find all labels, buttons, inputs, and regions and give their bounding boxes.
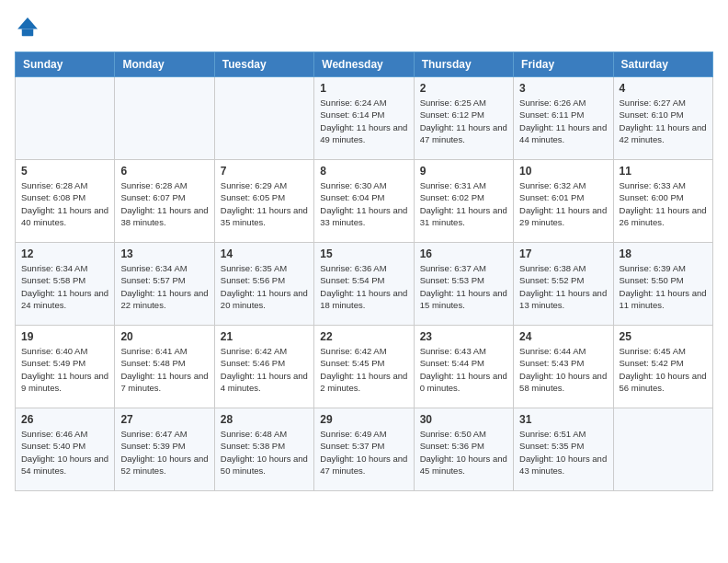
calendar-week-3: 12Sunrise: 6:34 AM Sunset: 5:58 PM Dayli… (16, 243, 713, 326)
day-number: 7 (221, 165, 308, 178)
calendar-week-4: 19Sunrise: 6:40 AM Sunset: 5:49 PM Dayli… (16, 326, 713, 408)
day-number: 29 (320, 413, 407, 426)
calendar-cell: 8Sunrise: 6:30 AM Sunset: 6:04 PM Daylig… (314, 160, 414, 243)
day-info: Sunrise: 6:34 AM Sunset: 5:58 PM Dayligh… (21, 262, 108, 311)
calendar-cell: 18Sunrise: 6:39 AM Sunset: 5:50 PM Dayli… (613, 243, 712, 326)
day-number: 31 (519, 413, 607, 426)
calendar-cell: 7Sunrise: 6:29 AM Sunset: 6:05 PM Daylig… (214, 160, 313, 243)
calendar-cell: 23Sunrise: 6:43 AM Sunset: 5:44 PM Dayli… (414, 326, 513, 408)
day-info: Sunrise: 6:36 AM Sunset: 5:54 PM Dayligh… (320, 262, 407, 311)
logo (15, 15, 44, 40)
page-header (15, 15, 713, 40)
calendar-cell: 12Sunrise: 6:34 AM Sunset: 5:58 PM Dayli… (16, 243, 115, 326)
day-info: Sunrise: 6:25 AM Sunset: 6:12 PM Dayligh… (420, 97, 507, 145)
day-info: Sunrise: 6:32 AM Sunset: 6:01 PM Dayligh… (519, 179, 607, 228)
calendar-cell: 25Sunrise: 6:45 AM Sunset: 5:42 PM Dayli… (613, 326, 712, 408)
day-number: 24 (519, 330, 607, 343)
day-info: Sunrise: 6:40 AM Sunset: 5:49 PM Dayligh… (21, 345, 108, 394)
day-info: Sunrise: 6:24 AM Sunset: 6:14 PM Dayligh… (320, 97, 407, 145)
calendar-cell: 21Sunrise: 6:42 AM Sunset: 5:46 PM Dayli… (214, 326, 313, 408)
header-thursday: Thursday (414, 52, 513, 77)
day-info: Sunrise: 6:34 AM Sunset: 5:57 PM Dayligh… (120, 262, 208, 311)
day-number: 3 (519, 82, 607, 95)
day-info: Sunrise: 6:28 AM Sunset: 6:08 PM Dayligh… (21, 179, 108, 228)
calendar-table: SundayMondayTuesdayWednesdayThursdayFrid… (15, 52, 713, 491)
header-monday: Monday (115, 52, 214, 77)
calendar-cell: 31Sunrise: 6:51 AM Sunset: 5:35 PM Dayli… (514, 408, 613, 491)
logo-icon (15, 15, 40, 40)
calendar-cell: 30Sunrise: 6:50 AM Sunset: 5:36 PM Dayli… (414, 408, 513, 491)
calendar-cell: 19Sunrise: 6:40 AM Sunset: 5:49 PM Dayli… (16, 326, 115, 408)
day-number: 10 (519, 165, 607, 178)
header-wednesday: Wednesday (314, 52, 414, 77)
calendar-week-2: 5Sunrise: 6:28 AM Sunset: 6:08 PM Daylig… (16, 160, 713, 243)
day-info: Sunrise: 6:39 AM Sunset: 5:50 PM Dayligh… (620, 262, 707, 311)
calendar-cell (16, 77, 115, 160)
calendar-week-5: 26Sunrise: 6:46 AM Sunset: 5:40 PM Dayli… (16, 408, 713, 491)
calendar-cell: 11Sunrise: 6:33 AM Sunset: 6:00 PM Dayli… (613, 160, 712, 243)
calendar-cell: 15Sunrise: 6:36 AM Sunset: 5:54 PM Dayli… (314, 243, 414, 326)
day-info: Sunrise: 6:31 AM Sunset: 6:02 PM Dayligh… (420, 179, 507, 228)
day-number: 1 (320, 82, 407, 95)
calendar-cell: 14Sunrise: 6:35 AM Sunset: 5:56 PM Dayli… (214, 243, 313, 326)
svg-marker-0 (17, 17, 38, 29)
day-number: 28 (221, 413, 308, 426)
day-number: 22 (320, 330, 407, 343)
calendar-cell: 6Sunrise: 6:28 AM Sunset: 6:07 PM Daylig… (115, 160, 214, 243)
day-number: 19 (21, 330, 108, 343)
day-number: 25 (620, 330, 707, 343)
day-number: 16 (420, 247, 507, 260)
day-number: 21 (221, 330, 308, 343)
svg-rect-1 (22, 29, 33, 37)
day-number: 4 (620, 82, 707, 95)
calendar-cell (115, 77, 214, 160)
day-number: 11 (620, 165, 707, 178)
calendar-cell: 28Sunrise: 6:48 AM Sunset: 5:38 PM Dayli… (214, 408, 313, 491)
day-info: Sunrise: 6:30 AM Sunset: 6:04 PM Dayligh… (320, 179, 407, 228)
day-info: Sunrise: 6:51 AM Sunset: 5:35 PM Dayligh… (519, 428, 607, 477)
day-info: Sunrise: 6:46 AM Sunset: 5:40 PM Dayligh… (21, 428, 108, 477)
day-number: 27 (120, 413, 208, 426)
day-info: Sunrise: 6:44 AM Sunset: 5:43 PM Dayligh… (519, 345, 607, 394)
day-number: 15 (320, 247, 407, 260)
day-number: 26 (21, 413, 108, 426)
calendar-cell: 3Sunrise: 6:26 AM Sunset: 6:11 PM Daylig… (514, 77, 613, 160)
day-info: Sunrise: 6:35 AM Sunset: 5:56 PM Dayligh… (221, 262, 308, 311)
day-info: Sunrise: 6:37 AM Sunset: 5:53 PM Dayligh… (420, 262, 507, 311)
header-tuesday: Tuesday (214, 52, 313, 77)
calendar-cell: 26Sunrise: 6:46 AM Sunset: 5:40 PM Dayli… (16, 408, 115, 491)
day-number: 13 (120, 247, 208, 260)
header-sunday: Sunday (16, 52, 115, 77)
calendar-header-row: SundayMondayTuesdayWednesdayThursdayFrid… (16, 52, 713, 77)
day-number: 12 (21, 247, 108, 260)
day-info: Sunrise: 6:33 AM Sunset: 6:00 PM Dayligh… (620, 179, 707, 228)
day-info: Sunrise: 6:38 AM Sunset: 5:52 PM Dayligh… (519, 262, 607, 311)
day-number: 20 (120, 330, 208, 343)
calendar-cell: 9Sunrise: 6:31 AM Sunset: 6:02 PM Daylig… (414, 160, 513, 243)
header-friday: Friday (514, 52, 613, 77)
day-number: 9 (420, 165, 507, 178)
day-number: 30 (420, 413, 507, 426)
day-info: Sunrise: 6:42 AM Sunset: 5:45 PM Dayligh… (320, 345, 407, 394)
calendar-cell: 13Sunrise: 6:34 AM Sunset: 5:57 PM Dayli… (115, 243, 214, 326)
calendar-cell: 24Sunrise: 6:44 AM Sunset: 5:43 PM Dayli… (514, 326, 613, 408)
day-number: 18 (620, 247, 707, 260)
calendar-cell: 16Sunrise: 6:37 AM Sunset: 5:53 PM Dayli… (414, 243, 513, 326)
day-info: Sunrise: 6:43 AM Sunset: 5:44 PM Dayligh… (420, 345, 507, 394)
calendar-cell: 4Sunrise: 6:27 AM Sunset: 6:10 PM Daylig… (613, 77, 712, 160)
calendar-cell: 22Sunrise: 6:42 AM Sunset: 5:45 PM Dayli… (314, 326, 414, 408)
day-info: Sunrise: 6:47 AM Sunset: 5:39 PM Dayligh… (120, 428, 208, 477)
day-info: Sunrise: 6:28 AM Sunset: 6:07 PM Dayligh… (120, 179, 208, 228)
calendar-cell: 20Sunrise: 6:41 AM Sunset: 5:48 PM Dayli… (115, 326, 214, 408)
day-info: Sunrise: 6:42 AM Sunset: 5:46 PM Dayligh… (221, 345, 308, 394)
day-number: 17 (519, 247, 607, 260)
day-number: 14 (221, 247, 308, 260)
calendar-cell: 27Sunrise: 6:47 AM Sunset: 5:39 PM Dayli… (115, 408, 214, 491)
calendar-cell (214, 77, 313, 160)
calendar-cell: 10Sunrise: 6:32 AM Sunset: 6:01 PM Dayli… (514, 160, 613, 243)
day-number: 8 (320, 165, 407, 178)
calendar-cell: 1Sunrise: 6:24 AM Sunset: 6:14 PM Daylig… (314, 77, 414, 160)
calendar-week-1: 1Sunrise: 6:24 AM Sunset: 6:14 PM Daylig… (16, 77, 713, 160)
day-info: Sunrise: 6:41 AM Sunset: 5:48 PM Dayligh… (120, 345, 208, 394)
header-saturday: Saturday (613, 52, 712, 77)
